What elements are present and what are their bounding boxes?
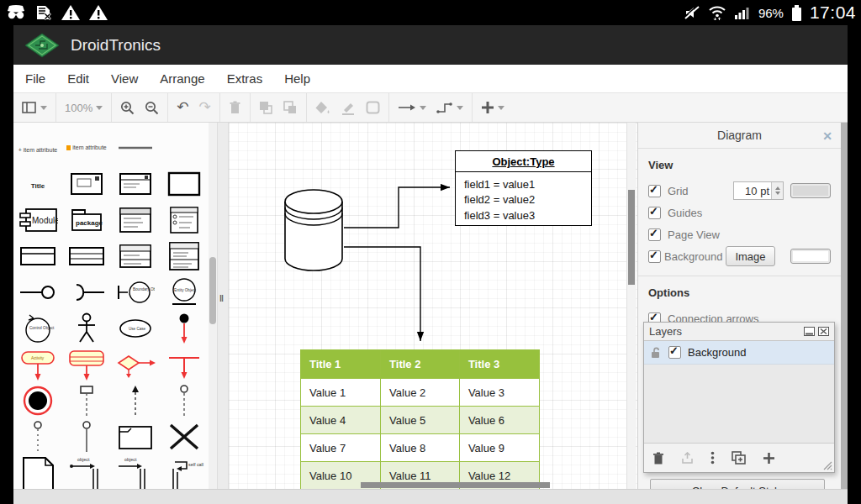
palette-activity[interactable]: Activity xyxy=(18,349,57,381)
zoom-in-button[interactable] xyxy=(120,101,135,115)
zoom-level-dropdown[interactable]: 100% xyxy=(65,102,103,114)
unlock-icon[interactable] xyxy=(651,347,662,359)
palette-title-text[interactable]: Title xyxy=(31,176,45,192)
layer-row-background[interactable]: Background xyxy=(644,341,834,365)
palette-initial-transition[interactable] xyxy=(174,312,194,344)
palette-interface[interactable] xyxy=(166,206,202,234)
spinner-icon[interactable] xyxy=(771,182,783,199)
palette-control-object[interactable]: Control Object xyxy=(19,312,56,344)
palette-required-interface[interactable] xyxy=(68,278,105,307)
palette-lost-message[interactable] xyxy=(21,420,55,454)
table-cell[interactable]: Value 7 xyxy=(301,434,381,462)
table-header-cell[interactable]: Title 3 xyxy=(459,350,539,379)
palette-rectangle[interactable] xyxy=(166,171,202,197)
to-back-button[interactable] xyxy=(283,101,298,114)
resize-handle-icon[interactable] xyxy=(822,460,832,470)
table-header-cell[interactable]: Title 2 xyxy=(381,350,460,379)
palette-frame[interactable] xyxy=(115,422,156,452)
table-header-cell[interactable]: Title 1 xyxy=(301,350,381,379)
menu-file[interactable]: File xyxy=(25,71,45,86)
table-cell[interactable]: Value 6 xyxy=(459,407,539,434)
palette-final-state[interactable] xyxy=(21,384,55,417)
connection-arrow-button[interactable] xyxy=(398,102,426,113)
palette-fork-join[interactable] xyxy=(166,349,203,380)
palette-scrollbar-thumb[interactable] xyxy=(209,257,216,324)
data-table-shape[interactable]: Title 1 Title 2 Title 3 Value 1 Value 2 … xyxy=(300,349,540,489)
page-view-button[interactable] xyxy=(22,102,47,114)
table-cell[interactable]: Value 1 xyxy=(301,379,381,407)
palette-self-call[interactable]: self call xyxy=(163,455,205,490)
fill-color-button[interactable] xyxy=(315,101,330,115)
background-image-button[interactable]: Image xyxy=(726,246,774,266)
palette-class-methods[interactable] xyxy=(166,241,202,271)
palette-item-attribute[interactable]: item attribute xyxy=(66,144,106,150)
palette-note[interactable] xyxy=(18,455,57,490)
page-view-checkbox[interactable] xyxy=(648,228,661,241)
palette-module[interactable]: Module xyxy=(18,206,58,234)
line-color-button[interactable] xyxy=(341,101,356,115)
palette-item-attribute-add[interactable]: + item attribute xyxy=(18,140,58,155)
panel-scrollbar[interactable] xyxy=(841,123,848,489)
panel-splitter[interactable]: ‖ xyxy=(217,123,229,489)
table-cell[interactable]: Value 4 xyxy=(301,407,381,434)
clear-default-style-button[interactable]: Clear Default Style xyxy=(650,479,825,489)
close-icon[interactable]: ✕ xyxy=(822,129,832,143)
minimize-icon[interactable] xyxy=(804,327,815,336)
menu-edit[interactable]: Edit xyxy=(67,71,89,86)
palette-class-fields[interactable] xyxy=(118,242,153,270)
add-shape-button[interactable] xyxy=(481,101,504,114)
object-type-shape[interactable]: Object:Type field1 = value1 field2 = val… xyxy=(455,150,592,226)
add-layer-icon[interactable] xyxy=(763,452,775,465)
canvas-vertical-scrollbar[interactable] xyxy=(626,123,636,489)
palette-object-call-2[interactable]: object xyxy=(116,455,155,490)
palette-divider-shape[interactable] xyxy=(119,144,152,151)
palette-use-case[interactable]: Use Case xyxy=(117,317,154,340)
duplicate-layer-icon[interactable] xyxy=(732,451,746,465)
menu-arrange[interactable]: Arrange xyxy=(160,71,204,86)
menu-view[interactable]: View xyxy=(111,71,138,86)
to-front-button[interactable] xyxy=(259,101,273,114)
canvas-horizontal-scrollbar-thumb[interactable] xyxy=(361,482,550,488)
palette-activation-bar[interactable] xyxy=(70,384,103,417)
palette-found-message[interactable] xyxy=(167,384,201,417)
palette-component-labeled[interactable] xyxy=(118,171,153,197)
palette-actor[interactable] xyxy=(71,312,102,344)
palette-destruction[interactable] xyxy=(166,421,203,453)
grid-size-input[interactable]: 10 pt xyxy=(733,181,784,200)
more-options-icon[interactable] xyxy=(710,451,715,465)
diagram-canvas[interactable]: Object:Type field1 = value1 field2 = val… xyxy=(229,123,637,489)
table-cell[interactable]: Value 3 xyxy=(459,379,539,407)
redo-button[interactable]: ↷ xyxy=(199,101,211,114)
grid-color-swatch[interactable] xyxy=(790,183,831,198)
palette-entity-object[interactable]: Entity Object xyxy=(166,276,203,308)
palette-scrollbar[interactable] xyxy=(209,123,217,489)
connector-style-button[interactable] xyxy=(436,101,463,114)
close-icon[interactable] xyxy=(818,327,829,336)
background-checkbox[interactable] xyxy=(648,250,661,263)
palette-class-simple-2[interactable] xyxy=(68,245,105,267)
menu-help[interactable]: Help xyxy=(284,71,310,86)
layers-titlebar[interactable]: Layers xyxy=(644,323,834,341)
zoom-out-button[interactable] xyxy=(145,101,159,115)
layer-visibility-checkbox[interactable] xyxy=(668,346,681,359)
palette-object-call[interactable]: object xyxy=(67,455,106,490)
guides-checkbox[interactable] xyxy=(648,207,661,219)
palette-boundary-object[interactable]: Boundary Object xyxy=(116,277,155,307)
delete-button[interactable] xyxy=(229,101,241,114)
palette-composite-state[interactable] xyxy=(67,349,106,381)
delete-layer-icon[interactable] xyxy=(652,452,664,465)
palette-return-message[interactable] xyxy=(119,384,152,417)
canvas-vertical-scrollbar-thumb[interactable] xyxy=(628,190,635,285)
table-cell[interactable]: Value 9 xyxy=(459,434,539,462)
menu-extras[interactable]: Extras xyxy=(227,71,263,86)
move-selection-icon[interactable] xyxy=(681,452,694,465)
table-cell[interactable]: Value 2 xyxy=(381,379,460,407)
palette-class-simple[interactable] xyxy=(19,245,56,267)
database-cylinder-shape[interactable] xyxy=(282,187,346,273)
palette-provided-interface[interactable] xyxy=(19,278,56,307)
palette-package[interactable]: package xyxy=(68,206,105,234)
table-cell[interactable]: Value 5 xyxy=(381,407,460,434)
table-cell[interactable]: Value 8 xyxy=(381,434,460,462)
palette-component[interactable] xyxy=(69,171,104,197)
shape-style-button[interactable] xyxy=(366,101,380,114)
